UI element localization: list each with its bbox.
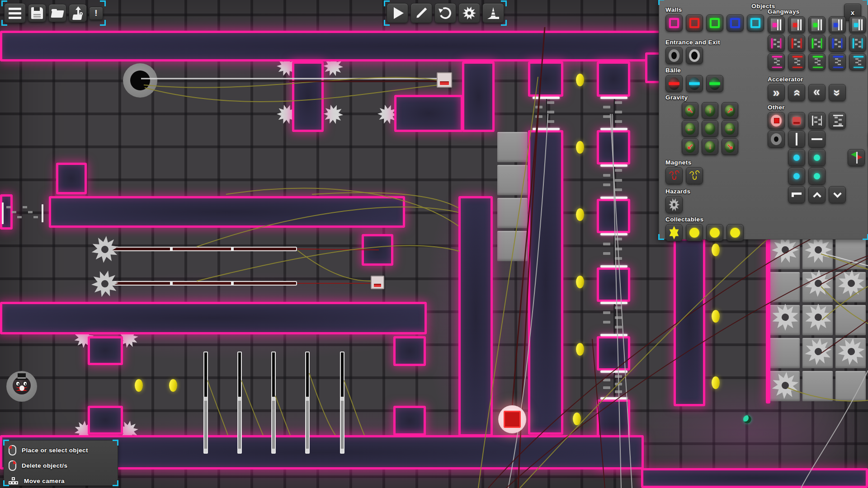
gravity-none-button[interactable]: [702, 120, 718, 137]
rope[interactable]: [275, 396, 290, 435]
pole[interactable]: [271, 352, 276, 454]
coin[interactable]: [573, 413, 581, 425]
export-button[interactable]: [69, 4, 87, 22]
collectable-coin-1-button[interactable]: [686, 224, 703, 241]
pole[interactable]: [305, 352, 310, 454]
gangway-vdash-cyan-button[interactable]: [849, 35, 866, 52]
dot-cyan-button[interactable]: [788, 149, 805, 166]
neon-wall[interactable]: [393, 406, 426, 436]
coin[interactable]: [576, 343, 584, 356]
rope[interactable]: [144, 77, 439, 87]
neon-wall[interactable]: [393, 336, 426, 366]
hanging-red-block[interactable]: [498, 405, 526, 433]
gangway-hdash-blue-button[interactable]: [829, 53, 846, 70]
wall-blue-button[interactable]: [726, 14, 744, 32]
neon-wall[interactable]: [528, 130, 563, 435]
gangway-hdash-red-button[interactable]: [788, 53, 805, 70]
corner-button[interactable]: [788, 186, 805, 203]
magnet-red-button[interactable]: [665, 167, 683, 184]
pole[interactable]: [237, 352, 242, 454]
collectable-coin-2-button[interactable]: [706, 224, 723, 241]
neon-wall[interactable]: [597, 61, 630, 97]
rope[interactable]: [297, 250, 371, 281]
hbar-button[interactable]: [808, 131, 826, 148]
wall-pink-button[interactable]: [665, 14, 683, 32]
rope[interactable]: [241, 380, 263, 435]
gravity-left-button[interactable]: ←: [682, 120, 698, 137]
neon-wall[interactable]: [462, 61, 495, 132]
gravity-up-button[interactable]: ↑: [702, 102, 718, 119]
ball-cyan-button[interactable]: [686, 75, 703, 92]
gangway-solid-green-button[interactable]: [808, 16, 826, 33]
coin[interactable]: [712, 244, 720, 256]
open-button[interactable]: [48, 4, 66, 22]
wall-green-button[interactable]: [706, 14, 723, 32]
pole[interactable]: [203, 352, 208, 454]
accelerator-down-button[interactable]: »: [829, 84, 846, 101]
dot-teal-button[interactable]: [808, 149, 826, 166]
dot-teal-button[interactable]: [808, 168, 826, 185]
rope[interactable]: [208, 380, 228, 435]
neon-wall[interactable]: [362, 234, 393, 266]
entrance-button[interactable]: [665, 47, 683, 64]
collectable-star-0-button[interactable]: [665, 224, 683, 241]
gravity-down-left-button[interactable]: ↙: [682, 138, 698, 155]
gravity-up-right-button[interactable]: ↗: [722, 102, 738, 119]
neon-wall[interactable]: [88, 336, 123, 365]
accelerator-right-button[interactable]: »: [768, 84, 785, 101]
gangway-solid-pink-button[interactable]: [768, 16, 785, 33]
elevator-segment[interactable]: [599, 302, 628, 336]
crescent-object[interactable]: [743, 415, 751, 423]
elevator-segment[interactable]: [599, 233, 628, 267]
gravity-up-left-button[interactable]: ↖: [682, 102, 698, 119]
neon-wall[interactable]: [674, 238, 705, 406]
elevator-segment[interactable]: [532, 97, 561, 130]
neon-wall[interactable]: [597, 130, 630, 164]
rope[interactable]: [309, 373, 335, 435]
neon-wall[interactable]: [528, 61, 563, 97]
neon-wall[interactable]: [597, 336, 630, 371]
wall-red-button[interactable]: [686, 14, 703, 32]
coin[interactable]: [712, 376, 720, 389]
neon-wall[interactable]: [597, 199, 630, 233]
gangway-vdash-pink-button[interactable]: [768, 35, 785, 52]
neon-wall[interactable]: [597, 267, 630, 302]
record-button[interactable]: [768, 112, 785, 129]
elevator-segment[interactable]: [599, 97, 628, 130]
elevator-segment[interactable]: [599, 371, 628, 399]
neon-wall[interactable]: [49, 196, 405, 228]
saw-rod[interactable]: [109, 247, 297, 251]
gangway-solid-cyan-button[interactable]: [849, 16, 866, 33]
coin[interactable]: [576, 74, 584, 86]
gangway-vdash-red-button[interactable]: [788, 35, 805, 52]
hdash-grey-button[interactable]: [829, 112, 846, 129]
elevator-segment[interactable]: [599, 164, 628, 199]
edit-button[interactable]: [410, 3, 432, 23]
menu-button[interactable]: [4, 3, 26, 23]
coin[interactable]: [576, 276, 584, 288]
gangway-vdash-green-button[interactable]: [808, 35, 826, 52]
neon-wall[interactable]: [88, 406, 123, 435]
vdash-grey-button[interactable]: [808, 112, 826, 129]
save-button[interactable]: [28, 4, 46, 22]
alert-button[interactable]: !: [89, 7, 103, 20]
ring-button[interactable]: [768, 131, 785, 148]
coin[interactable]: [576, 208, 584, 221]
hazard-saw-button[interactable]: [665, 196, 683, 213]
coin[interactable]: [169, 379, 177, 392]
redbox-button[interactable]: [788, 112, 805, 129]
gangway-hdash-green-button[interactable]: [808, 53, 826, 70]
saw-rod[interactable]: [109, 281, 297, 286]
gangway-hdash-pink-button[interactable]: [768, 53, 785, 70]
play-button[interactable]: [387, 3, 408, 23]
chevron-up-button[interactable]: [808, 186, 826, 203]
collectable-coin-3-button[interactable]: [726, 224, 744, 241]
rope[interactable]: [344, 380, 364, 435]
dot-cyan-button[interactable]: [788, 168, 805, 185]
mechanism[interactable]: [0, 202, 45, 224]
neon-wall[interactable]: [0, 302, 427, 334]
gangway-solid-blue-button[interactable]: [829, 16, 846, 33]
gangway-solid-red-button[interactable]: [788, 16, 805, 33]
wall-cyan-button[interactable]: [747, 14, 764, 32]
accelerator-left-button[interactable]: »: [808, 84, 826, 101]
